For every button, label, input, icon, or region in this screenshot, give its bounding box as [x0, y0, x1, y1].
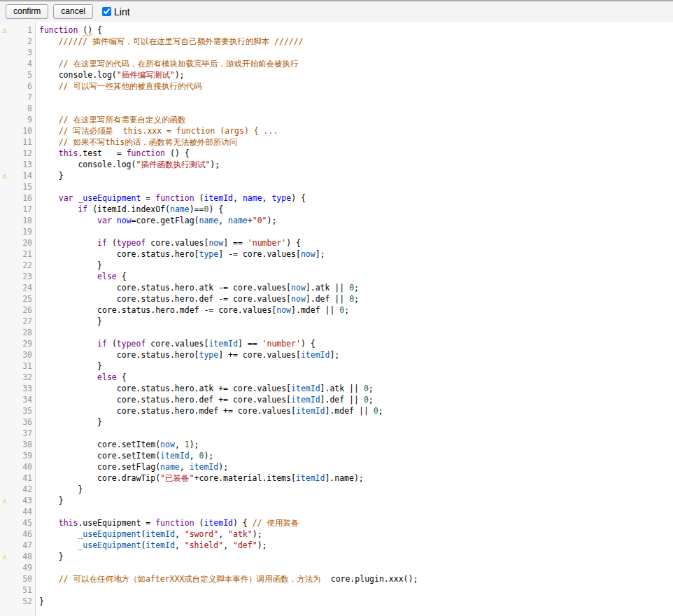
code-token: if	[97, 238, 107, 248]
code-line-text[interactable]: if (itemId.indexOf(name)==0) {	[36, 204, 673, 215]
code-line-text[interactable]: core.drawTip("已装备"+core.material.items[i…	[36, 472, 673, 484]
code-line-text[interactable]: else {	[36, 271, 673, 282]
code-line-text[interactable]	[36, 103, 673, 114]
code-token: }	[39, 260, 102, 270]
code-token: itemId	[208, 339, 238, 349]
code-line-text[interactable]: // 可以写一些其他的被直接执行的代码	[36, 80, 673, 92]
code-line-text[interactable]: core.setFlag(name, itemId);	[36, 461, 673, 472]
gutter-cell: 5	[0, 69, 36, 80]
code-token: ,	[233, 193, 243, 203]
code-line-text[interactable]: _useEquipment(itemId, "shield", "def");	[36, 540, 673, 551]
code-line-text[interactable]	[36, 181, 673, 192]
line-number: 31	[0, 360, 36, 372]
code-token: this	[59, 148, 78, 158]
code-line-text[interactable]: }	[36, 596, 673, 607]
lint-warning-icon[interactable]: ⚠	[2, 551, 7, 562]
code-token: core.setFlag(	[39, 462, 160, 472]
code-token: itemId	[296, 473, 325, 483]
code-line-text[interactable]: core.status.hero.def -= core.values[now]…	[36, 293, 673, 304]
code-line-text[interactable]: core.status.hero.mdef += core.values[ite…	[36, 405, 673, 416]
code-line-text[interactable]	[36, 428, 673, 439]
confirm-button[interactable]: confirm	[6, 4, 48, 19]
code-token: 0	[364, 384, 369, 393]
code-line-text[interactable]: this.useEquipment = function (itemId) { …	[36, 517, 673, 528]
code-line-text[interactable]	[36, 47, 673, 58]
code-line-text[interactable]: core.status.hero.def += core.values[item…	[36, 394, 673, 405]
code-line-text[interactable]	[36, 92, 673, 103]
code-line-text[interactable]: core.status.hero.atk -= core.values[now]…	[36, 282, 673, 293]
line-number: 34	[0, 394, 36, 405]
code-line-text[interactable]: core.status.hero.atk += core.values[item…	[36, 383, 673, 394]
code-line-text[interactable]	[36, 562, 673, 573]
code-line-text[interactable]: // 写法必须是 this.xxx = function (args) { ..…	[36, 125, 673, 136]
code-line: ⚠48 }	[0, 551, 673, 562]
gutter-cell: 51	[0, 584, 36, 596]
lint-warning-icon[interactable]: ⚠	[2, 24, 7, 36]
code-token: ];	[316, 249, 325, 259]
code-line-text[interactable]: // 在这里写所有需要自定义的函数	[36, 114, 673, 125]
code-token: );	[210, 160, 220, 169]
code-line-text[interactable]: }	[36, 170, 673, 181]
code-token: core.plugin.xxx();	[331, 574, 418, 584]
code-line-text[interactable]: console.log("插件函数执行测试");	[36, 159, 673, 170]
code-line-text[interactable]: if (typeof core.values[itemId] == 'numbe…	[36, 338, 673, 349]
code-line-text[interactable]: core.status.hero[type] += core.values[it…	[36, 349, 673, 360]
code-line: 41 core.drawTip("已装备"+core.material.item…	[0, 472, 673, 484]
code-line-text[interactable]: }	[36, 551, 673, 562]
code-editor[interactable]: ⚠1function () {2 ////// 插件编写，可以在这里写自己额外需…	[0, 22, 673, 616]
code-line: 9 // 在这里写所有需要自定义的函数	[0, 114, 673, 125]
code-line-text[interactable]: core.setItem(itemId, 0);	[36, 450, 673, 461]
code-token: ].def ||	[306, 294, 349, 304]
line-number: 35	[0, 405, 36, 416]
gutter-cell: 31	[0, 360, 36, 372]
code-token: }	[39, 171, 64, 181]
code-line-text[interactable]: core.status.hero.mdef -= core.values[now…	[36, 304, 673, 316]
lint-warning-icon[interactable]: ⚠	[2, 495, 7, 506]
code-line: 8	[0, 103, 673, 114]
code-line-text[interactable]: ////// 插件编写，可以在这里写自己额外需要执行的脚本 //////	[36, 36, 673, 47]
lint-checkbox[interactable]	[102, 7, 111, 16]
gutter-cell: 32	[0, 372, 36, 383]
code-line-text[interactable]: _useEquipment(itemId, "sword", "atk");	[36, 528, 673, 540]
code-line-text[interactable]: // 可以在任何地方（如afterXXX或自定义脚本事件）调用函数，方法为 co…	[36, 573, 673, 584]
code-line-text[interactable]: }	[36, 260, 673, 271]
code-line-text[interactable]: }	[36, 484, 673, 495]
code-line-text[interactable]: }	[36, 416, 673, 428]
line-number: 24	[0, 282, 36, 293]
line-number: 6	[0, 80, 36, 92]
code-line-text[interactable]	[36, 226, 673, 237]
gutter-cell: 22	[0, 260, 36, 271]
code-line: 26 core.status.hero.mdef -= core.values[…	[0, 304, 673, 316]
code-line-text[interactable]: var _useEquipment = function (itemId, na…	[36, 192, 673, 204]
code-line-text[interactable]	[36, 506, 673, 517]
code-line-text[interactable]: core.status.hero[type] -= core.values[no…	[36, 248, 673, 260]
code-line-text[interactable]: }	[36, 316, 673, 327]
code-token: typeof	[117, 339, 146, 349]
code-token: );	[204, 451, 213, 461]
toolbar: confirm cancel Lint	[0, 0, 673, 22]
line-number: 46	[0, 528, 36, 540]
code-line-text[interactable]	[36, 327, 673, 338]
code-line-text[interactable]: // 如果不写this的话，函数将无法被外部所访问	[36, 136, 673, 148]
code-line-text[interactable]: var now=core.getFlag(name, name+"0");	[36, 215, 673, 226]
code-line-text[interactable]: function () {	[36, 24, 673, 36]
code-token: "插件函数执行测试"	[136, 160, 210, 169]
code-line-text[interactable]: }	[36, 360, 673, 372]
line-number: 42	[0, 484, 36, 495]
lint-label[interactable]: Lint	[114, 6, 130, 18]
code-line-text[interactable]: console.log("插件编写测试");	[36, 69, 673, 80]
code-token: core.setItem(	[39, 451, 160, 461]
code-line-text[interactable]: }	[36, 495, 673, 506]
gutter-cell: 17	[0, 204, 36, 215]
code-line-text[interactable]: this.test = function () {	[36, 148, 673, 159]
code-line-text[interactable]: core.setItem(now, 1);	[36, 439, 673, 450]
code-line-text[interactable]	[36, 584, 673, 596]
code-line-text[interactable]: if (typeof core.values[now] == 'number')…	[36, 237, 673, 248]
line-number: 29	[0, 338, 36, 349]
code-line: 37	[0, 428, 673, 439]
code-line-text[interactable]: else {	[36, 372, 673, 383]
gutter-cell: 10	[0, 125, 36, 136]
lint-warning-icon[interactable]: ⚠	[2, 170, 7, 181]
cancel-button[interactable]: cancel	[53, 4, 93, 19]
code-line-text[interactable]: // 在这里写的代码，在所有模块加载完毕后，游戏开始前会被执行	[36, 58, 673, 69]
